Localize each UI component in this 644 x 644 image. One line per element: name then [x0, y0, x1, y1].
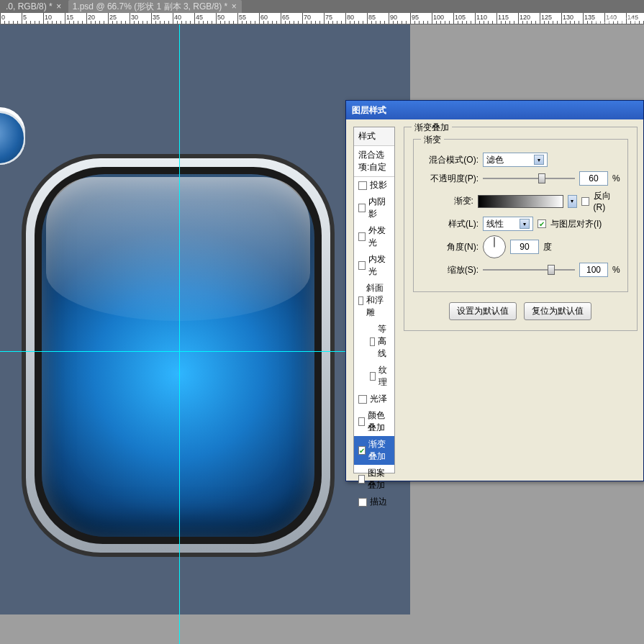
ruler-tick-label: 85: [368, 14, 376, 21]
style-item-7[interactable]: 光泽: [354, 391, 394, 407]
style-item-3[interactable]: 内发光: [354, 251, 394, 280]
ruler-tick-label: 45: [196, 14, 203, 21]
close-icon[interactable]: ×: [230, 3, 237, 10]
style-checkbox[interactable]: [358, 232, 366, 241]
ruler-tick-label: 80: [347, 14, 354, 21]
style-label: 样式(L):: [421, 218, 479, 230]
style-item-8[interactable]: 颜色叠加: [354, 407, 394, 436]
ruler-tick-label: 125: [541, 14, 552, 21]
style-checkbox[interactable]: [358, 204, 366, 212]
style-checkbox[interactable]: [358, 181, 367, 190]
ruler-tick-label: 110: [476, 14, 487, 21]
ruler-tick-label: 50: [217, 14, 225, 21]
style-item-label: 纹理: [378, 364, 390, 389]
style-item-label: 内阴影: [368, 196, 390, 220]
reverse-label: 反向(R): [594, 190, 620, 212]
ruler-tick-label: 15: [66, 14, 73, 21]
opacity-input[interactable]: [579, 171, 608, 186]
style-checkbox[interactable]: [358, 475, 365, 484]
opacity-label: 不透明度(P):: [421, 173, 479, 185]
blend-mode-value: 滤色: [486, 154, 504, 166]
ruler-tick-label: 30: [131, 14, 138, 21]
ruler-tick-label: 130: [563, 14, 573, 21]
style-item-label: 斜面和浮雕: [366, 282, 390, 319]
opacity-slider[interactable]: [483, 172, 575, 185]
blend-mode-label: 混合模式(O):: [421, 154, 479, 166]
angle-input[interactable]: [510, 240, 539, 254]
styles-list-panel: 样式 混合选项:自定 投影内阴影外发光内发光斜面和浮雕等高线纹理光泽颜色叠加✔渐…: [353, 127, 395, 473]
align-checkbox[interactable]: ✔: [538, 219, 546, 228]
ruler-tick-label: 10: [45, 14, 52, 21]
chevron-down-icon: ▾: [534, 155, 544, 165]
styles-header[interactable]: 样式: [354, 127, 394, 146]
ruler-tick-label: 65: [282, 14, 289, 21]
document-tabs-bar: .0, RGB/8) * × 1.psd @ 66.7% (形状 1 副本 3,…: [0, 0, 644, 13]
gradient-preview[interactable]: [478, 195, 563, 208]
gradient-subgroup: 渐变 混合模式(O): 滤色 ▾ 不透明度(P):: [413, 139, 628, 292]
make-default-button[interactable]: 设置为默认值: [449, 302, 517, 320]
style-item-label: 外发光: [368, 225, 390, 249]
reverse-checkbox[interactable]: [581, 197, 589, 206]
style-item-label: 等高线: [378, 323, 390, 360]
settings-panel: 渐变叠加 渐变 混合模式(O): 滤色 ▾ 不透明度(P):: [395, 119, 644, 481]
style-item-10[interactable]: 图案叠加: [354, 465, 394, 494]
style-item-6[interactable]: 纹理: [354, 362, 394, 391]
group-legend: 渐变叠加: [412, 122, 452, 134]
style-checkbox[interactable]: [358, 498, 367, 507]
style-item-5[interactable]: 等高线: [354, 321, 394, 362]
dialog-title[interactable]: 图层样式: [346, 101, 643, 119]
style-checkbox[interactable]: [358, 417, 365, 426]
style-checkbox[interactable]: [358, 296, 363, 305]
ruler-tick-label: 135: [584, 14, 595, 21]
document-tab-0[interactable]: .0, RGB/8) * ×: [1, 1, 67, 12]
style-checkbox[interactable]: [370, 337, 375, 346]
percent-label: %: [612, 265, 620, 275]
ruler-tick-label: 0: [1, 14, 5, 21]
ruler-tick-label: 90: [390, 14, 397, 21]
ruler-tick-label: 5: [23, 14, 27, 21]
ruler-tick-label: 55: [239, 14, 246, 21]
style-item-label: 颜色叠加: [368, 409, 390, 434]
style-select[interactable]: 线性 ▾: [483, 217, 533, 231]
angle-dial[interactable]: [483, 235, 506, 258]
style-item-1[interactable]: 内阴影: [354, 194, 394, 222]
ruler-tick-label: 100: [433, 14, 444, 21]
document-tab-1[interactable]: 1.psd @ 66.7% (形状 1 副本 3, RGB/8) * ×: [68, 0, 242, 14]
style-checkbox[interactable]: [370, 372, 376, 381]
canvas-area[interactable]: 图层样式 样式 混合选项:自定 投影内阴影外发光内发光斜面和浮雕等高线纹理光泽颜…: [0, 24, 644, 644]
vertical-guide[interactable]: [179, 24, 180, 644]
reset-default-button[interactable]: 复位为默认值: [524, 302, 591, 320]
style-item-0[interactable]: 投影: [354, 177, 394, 194]
style-checkbox[interactable]: [358, 261, 366, 270]
style-item-9[interactable]: ✔渐变叠加: [354, 436, 394, 465]
blend-options-item[interactable]: 混合选项:自定: [354, 146, 394, 177]
style-item-11[interactable]: 描边: [354, 494, 394, 510]
style-checkbox[interactable]: ✔: [358, 446, 366, 455]
ruler-tick-label: 20: [88, 14, 95, 21]
layer-style-dialog: 图层样式 样式 混合选项:自定 投影内阴影外发光内发光斜面和浮雕等高线纹理光泽颜…: [345, 100, 644, 481]
scale-label: 缩放(S):: [421, 264, 479, 276]
percent-label: %: [612, 173, 620, 183]
ruler-tick-label: 35: [153, 14, 160, 21]
blend-mode-select[interactable]: 滤色 ▾: [483, 153, 548, 167]
artwork-shape: [22, 154, 335, 557]
ruler-tick-label: 115: [498, 14, 509, 21]
style-value: 线性: [486, 218, 504, 230]
style-checkbox[interactable]: [358, 395, 367, 404]
style-item-2[interactable]: 外发光: [354, 222, 394, 251]
close-icon[interactable]: ×: [55, 3, 63, 10]
gradient-label: 渐变:: [421, 195, 473, 207]
style-item-4[interactable]: 斜面和浮雕: [354, 280, 394, 321]
style-item-label: 描边: [370, 496, 387, 508]
ruler-tick-label: 75: [325, 14, 332, 21]
horizontal-ruler[interactable]: 0510152025303540455055606570758085909510…: [0, 13, 644, 24]
style-item-label: 光泽: [370, 393, 387, 405]
scale-input[interactable]: [579, 263, 608, 277]
angle-label: 角度(N):: [421, 241, 479, 253]
gradient-overlay-group: 渐变叠加 渐变 混合模式(O): 滤色 ▾ 不透明度(P):: [404, 127, 638, 331]
ruler-tick-label: 95: [412, 14, 419, 21]
angle-unit: 度: [543, 241, 552, 253]
style-item-label: 内发光: [368, 253, 390, 278]
chevron-down-icon[interactable]: ▾: [568, 195, 577, 208]
scale-slider[interactable]: [483, 263, 575, 276]
